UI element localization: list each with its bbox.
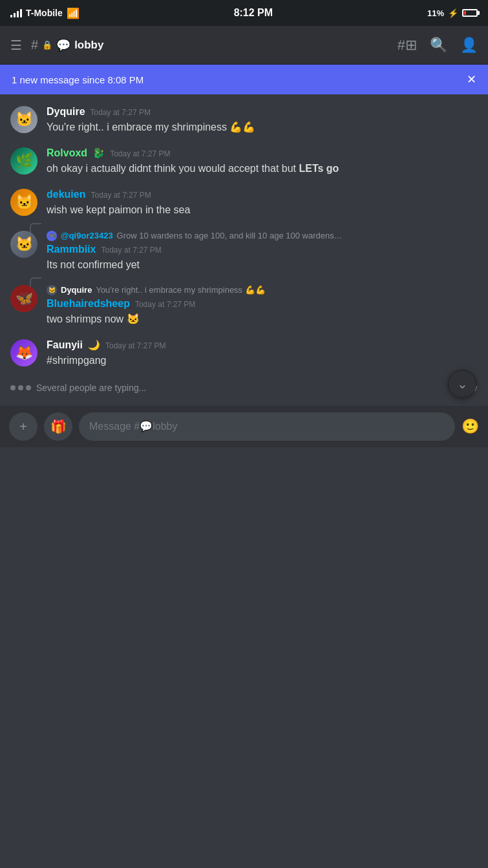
signal-bars <box>10 8 22 17</box>
add-button[interactable]: + <box>9 412 37 441</box>
channel-info: # 🔒 💬 lobby <box>31 37 103 52</box>
avatar-emoji: 🦋 <box>16 290 33 307</box>
quote-preview: 🐱 Dyquire You're right.. i embrace my sh… <box>47 285 478 295</box>
header-right: #⊞ 🔍 👤 <box>398 37 478 54</box>
emoji-button[interactable]: 🙂 <box>461 418 479 435</box>
message-text: oh okay i actually didnt think you would… <box>47 161 478 176</box>
battery-percent: 11% <box>427 8 444 18</box>
username: Faunyii <box>47 339 83 351</box>
message-text: #shrimpgang <box>47 353 478 368</box>
signal-bar-1 <box>10 15 12 17</box>
message-content: dekuien Today at 7:27 PM wish we kept pa… <box>47 189 478 217</box>
channel-name: lobby <box>74 39 103 52</box>
avatar-emoji: 🐱 <box>16 194 33 211</box>
timestamp: Today at 7:27 PM <box>105 341 165 350</box>
chevron-down-icon: ⌄ <box>457 376 468 392</box>
avatar: 🌿 <box>10 147 37 175</box>
username: dekuien <box>47 189 85 200</box>
hashtag-thread-icon[interactable]: #⊞ <box>398 37 417 54</box>
avatar: 🐱 <box>10 189 37 216</box>
search-icon[interactable]: 🔍 <box>430 37 447 54</box>
header-left: ☰ # 🔒 💬 lobby <box>10 37 103 53</box>
typing-indicator: Several people are typing... ⏻ <box>0 374 488 401</box>
username: Rammbiix <box>47 244 96 255</box>
username: Dyquire <box>47 106 85 118</box>
timestamp: Today at 7:27 PM <box>90 108 151 117</box>
signal-bar-2 <box>14 13 16 17</box>
signal-bar-4 <box>20 9 22 17</box>
channel-header: ☰ # 🔒 💬 lobby #⊞ 🔍 👤 <box>0 26 488 65</box>
user-badge: 🐉 <box>92 147 105 159</box>
message-group: 🐱 dekuien Today at 7:27 PM wish we kept … <box>0 182 488 224</box>
battery-fill <box>464 11 466 15</box>
timestamp: Today at 7:27 PM <box>110 149 170 158</box>
message-header: Bluehairedsheep Today at 7:27 PM <box>47 298 478 310</box>
charging-icon: ⚡ <box>448 8 458 18</box>
input-bar: ⌄ + 🎁 🙂 <box>0 406 488 447</box>
reply-avatar: 🎮 <box>47 231 57 241</box>
status-time: 8:12 PM <box>234 7 273 19</box>
wifi-icon: 📶 <box>67 7 80 19</box>
message-text: wish we kept paimon in the sea <box>47 202 478 217</box>
message-input[interactable] <box>79 412 455 441</box>
message-header: dekuien Today at 7:27 PM <box>47 189 478 200</box>
message-content: 🐱 Dyquire You're right.. i embrace my sh… <box>47 285 478 326</box>
avatar: 🦋 <box>10 285 37 312</box>
chat-bubble-icon: 💬 <box>56 38 70 52</box>
quote-username: Dyquire <box>61 285 92 295</box>
avatar: 🐱 <box>10 106 37 133</box>
message-group: 🐱 Dyquire Today at 7:27 PM You're right.… <box>0 100 488 141</box>
typing-dots <box>10 385 31 390</box>
reply-username: @qi9or23423 <box>61 231 113 240</box>
quote-text: You're right.. i embrace my shrimpiness … <box>96 285 265 295</box>
timestamp: Today at 7:27 PM <box>135 300 195 309</box>
message-text: You're right.. i embrace my shrimpiness … <box>47 120 478 134</box>
input-row: + 🎁 🙂 <box>9 412 479 441</box>
signal-bar-3 <box>17 11 19 17</box>
message-group: 🦊 Faunyii 🌙 Today at 7:27 PM #shrimpgang <box>0 333 488 374</box>
typing-dot-1 <box>10 385 16 390</box>
lock-icon: 🔒 <box>42 40 52 50</box>
message-group: 🐱 🎮 @qi9or23423 Grow 10 wardens to age 1… <box>0 224 488 279</box>
gift-button[interactable]: 🎁 <box>44 412 72 441</box>
avatar-emoji: 🐱 <box>16 236 33 253</box>
banner-text: 1 new message since 8:08 PM <box>12 74 143 85</box>
timestamp: Today at 7:27 PM <box>101 246 161 255</box>
message-content: Rolvoxd 🐉 Today at 7:27 PM oh okay i act… <box>47 147 478 176</box>
battery-icon <box>462 9 478 17</box>
status-right: 11% ⚡ <box>427 8 478 18</box>
new-message-banner: 1 new message since 8:08 PM ✕ <box>0 65 488 94</box>
message-content: Faunyii 🌙 Today at 7:27 PM #shrimpgang <box>47 339 478 368</box>
username: Bluehairedsheep <box>47 298 130 310</box>
typing-dot-2 <box>18 385 23 390</box>
quote-avatar: 🐱 <box>47 285 57 295</box>
timestamp: Today at 7:27 PM <box>90 191 151 200</box>
message-content: Dyquire Today at 7:27 PM You're right.. … <box>47 106 478 134</box>
message-content: 🎮 @qi9or23423 Grow 10 wardens to age 100… <box>47 231 478 272</box>
typing-dot-3 <box>26 385 31 390</box>
avatar: 🦊 <box>10 339 37 366</box>
message-header: Rolvoxd 🐉 Today at 7:27 PM <box>47 147 478 159</box>
message-text: two shrimps now 🐱 <box>47 312 478 326</box>
messages-container: 🐱 Dyquire Today at 7:27 PM You're right.… <box>0 94 488 406</box>
message-header: Rammbiix Today at 7:27 PM <box>47 244 478 255</box>
hash-icon: # <box>31 37 38 52</box>
menu-button[interactable]: ☰ <box>10 37 22 53</box>
reply-preview: 🎮 @qi9or23423 Grow 10 wardens to age 100… <box>47 231 478 241</box>
gift-icon: 🎁 <box>50 419 67 434</box>
reply-text: Grow 10 wardens to age 100, and kill 10 … <box>117 231 343 240</box>
members-icon[interactable]: 👤 <box>460 37 478 54</box>
status-bar: T-Mobile 📶 8:12 PM 11% ⚡ <box>0 0 488 26</box>
typing-text: Several people are typing... <box>36 383 146 393</box>
carrier-name: T-Mobile <box>26 8 63 18</box>
message-text: Its not confirmed yet <box>47 257 478 272</box>
scroll-to-bottom-button[interactable]: ⌄ <box>448 370 476 398</box>
avatar-column: 🦋 <box>10 285 37 312</box>
avatar-emoji: 🐱 <box>16 111 33 128</box>
banner-close-button[interactable]: ✕ <box>467 72 476 87</box>
plus-icon: + <box>19 419 27 434</box>
avatar-emoji: 🌿 <box>16 153 33 169</box>
message-group: 🦋 🐱 Dyquire You're right.. i embrace my … <box>0 279 488 333</box>
status-left: T-Mobile 📶 <box>10 7 80 19</box>
message-header: Dyquire Today at 7:27 PM <box>47 106 478 118</box>
